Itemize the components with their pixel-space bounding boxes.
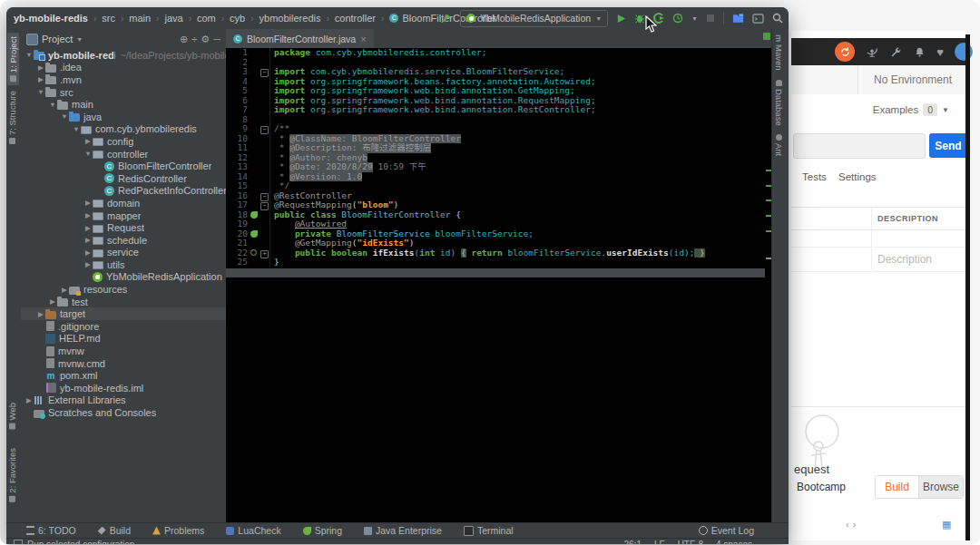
- tree-chevron[interactable]: ▼: [48, 101, 57, 109]
- run-configuration-select[interactable]: YbMobileRedisApplication ▼: [460, 10, 608, 27]
- tree-row[interactable]: ▶config: [21, 135, 226, 148]
- avatar[interactable]: [955, 43, 973, 61]
- tool-tab-web[interactable]: Web: [7, 403, 17, 429]
- tool-tab-ant[interactable]: Ant: [774, 134, 784, 156]
- tree-row[interactable]: ▶service: [21, 247, 226, 259]
- tool-window-button[interactable]: 6: TODO: [26, 525, 76, 536]
- tree-row[interactable]: ▶target: [21, 307, 226, 320]
- url-input[interactable]: [793, 133, 926, 159]
- send-button[interactable]: Send: [929, 133, 967, 158]
- tree-row[interactable]: ▼yb-mobile-redis~/IdeaProjects/yb-mobile…: [21, 49, 226, 62]
- tool-tab-database[interactable]: Database: [774, 80, 784, 126]
- fold-marker[interactable]: [260, 115, 270, 125]
- gear-icon[interactable]: ⚙: [201, 34, 210, 45]
- tree-row[interactable]: ▶utils: [21, 258, 226, 271]
- tree-chevron[interactable]: ▼: [60, 112, 69, 121]
- tree-row[interactable]: ▶schedule: [21, 234, 226, 247]
- tree-row[interactable]: ▶Request: [21, 221, 226, 234]
- tree-chevron[interactable]: ▶: [24, 396, 34, 404]
- fold-marker[interactable]: [260, 162, 270, 172]
- examples-dropdown[interactable]: Examples 0 ▼: [873, 103, 949, 116]
- breadcrumb-item[interactable]: yb-mobile-redis: [14, 13, 88, 24]
- profiler-chevron-icon[interactable]: ▼: [691, 15, 698, 22]
- build-hammer-icon[interactable]: [440, 13, 452, 24]
- tree-row[interactable]: CRedPacketInfoController: [21, 185, 226, 198]
- line-ending[interactable]: LF: [654, 540, 665, 544]
- environment-selector[interactable]: No Environment: [874, 73, 952, 86]
- event-log-button[interactable]: Event Log: [699, 525, 754, 536]
- tree-chevron[interactable]: ▶: [83, 248, 93, 257]
- breadcrumb-item[interactable]: ybmobileredis: [260, 13, 321, 24]
- build-button[interactable]: Build: [876, 476, 918, 498]
- tree-row[interactable]: ▼src: [21, 86, 226, 99]
- fold-marker[interactable]: −: [260, 124, 270, 134]
- tree-chevron[interactable]: ▼: [72, 125, 81, 133]
- tool-tab-structure[interactable]: 7: Structure: [7, 91, 17, 144]
- fold-marker[interactable]: [260, 238, 270, 248]
- fold-marker[interactable]: +: [260, 248, 270, 258]
- tool-window-button[interactable]: Problems: [152, 525, 204, 536]
- tool-window-button[interactable]: Terminal: [464, 525, 514, 536]
- bootcamp-link[interactable]: Bootcamp: [797, 481, 846, 493]
- tree-row[interactable]: mvnw: [21, 345, 226, 357]
- tree-chevron[interactable]: ▶: [36, 63, 45, 72]
- tree-chevron[interactable]: ▶: [83, 199, 93, 207]
- tree-chevron[interactable]: ▶: [48, 297, 57, 306]
- caret-position[interactable]: 26:1: [623, 540, 641, 544]
- heart-icon[interactable]: ♥: [936, 45, 944, 59]
- pagination-icons[interactable]: ‹›: [846, 519, 859, 530]
- tree-row[interactable]: ▶.mvn: [21, 73, 226, 86]
- tree-row[interactable]: ▶resources: [21, 283, 226, 296]
- indent-style[interactable]: 4 spaces: [716, 540, 752, 544]
- project-panel-title[interactable]: Project: [42, 34, 73, 44]
- tree-chevron[interactable]: ▶: [36, 75, 45, 83]
- breadcrumb-item[interactable]: src: [102, 13, 115, 24]
- tree-row[interactable]: ▶.idea: [21, 62, 226, 74]
- tree-row[interactable]: .gitignore: [21, 320, 226, 333]
- grid-icon[interactable]: ▦: [942, 519, 951, 530]
- tree-row[interactable]: ▶domain: [21, 197, 226, 209]
- table-row[interactable]: Description: [791, 248, 965, 272]
- tool-window-button[interactable]: Java Enterprise: [364, 525, 442, 536]
- breadcrumb-item[interactable]: cyb: [230, 13, 245, 24]
- fold-marker[interactable]: −: [260, 191, 270, 201]
- run-anything-icon[interactable]: [752, 14, 764, 24]
- tree-row[interactable]: ▼controller: [21, 148, 226, 161]
- fold-marker[interactable]: −: [260, 200, 270, 210]
- tree-row[interactable]: ▼java: [21, 111, 226, 123]
- tree-row[interactable]: mvnw.cmd: [21, 357, 226, 370]
- tree-chevron[interactable]: ▶: [60, 286, 69, 294]
- tree-row[interactable]: ▼com.cyb.ybmobileredis: [21, 123, 226, 136]
- tool-window-button[interactable]: LuaCheck: [226, 525, 280, 536]
- tool-tab-maven[interactable]: mMaven: [774, 34, 784, 71]
- fold-marker[interactable]: [260, 134, 270, 144]
- fold-marker[interactable]: [260, 48, 270, 58]
- breadcrumb-item[interactable]: controller: [335, 13, 376, 24]
- tree-row[interactable]: HELP.md: [21, 333, 226, 345]
- hide-panel-icon[interactable]: ─: [213, 34, 220, 44]
- tool-window-button[interactable]: Build: [98, 525, 131, 536]
- file-encoding[interactable]: UTF-8: [678, 540, 703, 544]
- fold-marker[interactable]: [260, 229, 270, 239]
- breadcrumb-item[interactable]: com: [197, 13, 216, 24]
- tree-chevron[interactable]: ▶: [83, 224, 93, 232]
- tree-chevron[interactable]: ▶: [83, 260, 93, 268]
- sync-button[interactable]: [835, 42, 855, 62]
- tool-tab-project[interactable]: 1: Project: [7, 33, 19, 85]
- tree-chevron[interactable]: ▶: [83, 211, 93, 219]
- fold-marker[interactable]: [260, 58, 270, 68]
- profiler-button[interactable]: [672, 13, 683, 24]
- search-everywhere-icon[interactable]: [772, 13, 783, 24]
- tree-chevron[interactable]: ▼: [24, 51, 34, 59]
- tool-tab-favorites[interactable]: 2: Favorites: [7, 448, 17, 502]
- tree-row[interactable]: ▼main: [21, 98, 226, 111]
- browse-button[interactable]: Browse: [918, 476, 963, 498]
- tree-chevron[interactable]: ▼: [36, 88, 45, 96]
- tree-row[interactable]: YbMobileRedisApplication: [21, 271, 226, 284]
- tree-row[interactable]: ▶External Libraries: [21, 394, 226, 407]
- fold-marker[interactable]: [260, 181, 270, 191]
- wrench-icon[interactable]: [889, 45, 902, 58]
- inspections-ok-indicator[interactable]: [763, 33, 770, 40]
- breadcrumb-item[interactable]: main: [129, 13, 151, 24]
- tree-row[interactable]: yb-mobile-redis.iml: [21, 382, 226, 394]
